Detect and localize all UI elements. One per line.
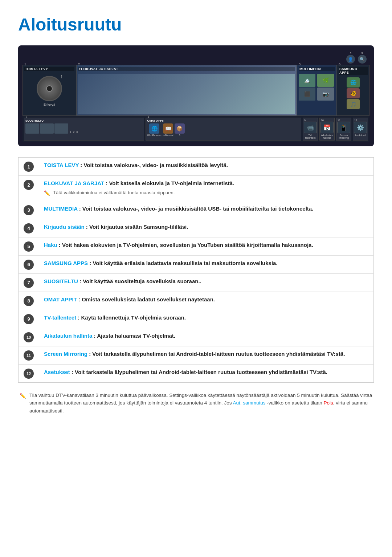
ei-levy-label: Ei-levyä [24,103,74,106]
item-note: ✏️Tätä valikkotoimintoa ei välttämättä t… [44,189,368,197]
panel1-num: 1 [24,62,26,66]
tv-top-bar: 4 👤 5 🔍 [23,50,369,65]
item-label: Haku [44,242,57,248]
item-text: : Voit tarkastella älypuhelimen tai Andr… [87,351,345,357]
item-num-cell: 4 [19,219,39,237]
apps-grid: 🌐 🐠 🎵 [339,77,368,109]
item-content: Asetukset : Voit tarkastella älypuhelime… [39,364,374,382]
app3-label: 3 [179,134,180,137]
panel3-label: MULTIMEDIA [299,67,335,71]
note-text: Tätä valikkotoimintoa ei välttämättä tue… [53,189,175,196]
mm-thumb-1: 🏔️ [299,74,315,87]
item-content: Haku : Voit hakea elokuvien ja TV-ohjelm… [39,237,374,255]
num-circle: 12 [24,369,34,379]
num-circle: 9 [24,314,34,324]
item-content: TOISTA LEVY : Voit toistaa valokuva-, vi… [39,158,374,176]
mm-thumb-3: ⬛ [299,88,315,101]
item-content: TV-tallenteet : Käytä tallennettuja TV-o… [39,310,374,328]
panel5-label: SUOSITELTU [25,119,143,122]
footer-pencil-icon: ✏️ [20,392,26,415]
tv-icon-search: 5 🔍 [358,51,367,64]
table-row: 4Kirjaudu sisään : Voit kirjautua sisään… [19,219,374,237]
omatappit-apps: 🌐 WebBrowser 📖 e-Manual 📦 3 [147,123,300,137]
item-text: : Voit toistaa valokuva-, video- ja musi… [79,162,228,168]
tv-panel-omatappit: 8 OMAT APPIT 🌐 WebBrowser 📖 e-Manual 📦 3 [146,118,301,141]
suositeltu-thumb-3 [54,123,68,134]
item-text: : Omista sovelluksista ladatut sovelluks… [77,296,215,302]
aikataulun-icon: 📅 [320,122,334,133]
item-num-cell: 7 [19,273,39,292]
table-row: 11Screen Mirroring : Voit tarkastella äl… [19,346,374,364]
table-row: 10Aikataulun hallinta : Ajasta haluamasi… [19,328,374,346]
table-row: 8OMAT APPIT : Omista sovelluksista ladat… [19,292,374,310]
item-content: Aikataulun hallinta : Ajasta haluamasi T… [39,328,374,346]
panel2-num: 2 [78,62,80,66]
item-label: Screen Mirroring [44,351,87,357]
num-circle: 5 [24,241,34,252]
suositeltu-thumbs: 1 2 3 [25,123,143,134]
aikataulun-label: Aikataulun hallinta [321,134,333,139]
item-content: ELOKUVAT JA SARJAT : Voit katsella eloku… [39,176,374,201]
item-content: SUOSITELTU : Voit käyttää suositeltuja s… [39,273,374,292]
page-title: Aloitusruutu [18,15,374,34]
panel4-num: 6 [339,62,340,66]
item-num-cell: 10 [19,328,39,346]
item-text: : Voit hakea elokuvien ja TV-ohjelmien, … [57,242,313,248]
tv-screenshot: 4 👤 5 🔍 1 TOISTA LEVY ↑ Ei-levyä [18,45,374,146]
item-text: : Voit tarkastella älypuhelimen tai Andr… [70,369,327,375]
screen-mirroring-label: Screen Mirroring [338,134,350,139]
webapp-label: WebBrowser [147,134,162,137]
item-text: : Käytä tallennettuja TV-ohjelmia suoraa… [76,314,186,321]
item-label: SAMSUNG APPS [44,260,88,266]
panel3-num: 3 [299,62,301,66]
item-num-cell: 9 [19,310,39,328]
mm-thumb-4: 📷 [317,88,334,101]
panel6-label: OMAT APPIT [147,119,300,122]
item-content: Screen Mirroring : Voit tarkastella älyp… [39,346,374,364]
item-content: SAMSUNG APPS : Voit käyttää erilaisia la… [39,255,374,273]
tv-tallenteet-label: TV-tallenteet [304,134,317,139]
footer-text: Tila vaihtuu DTV-kanavatilaan 3 minuutin… [29,391,372,415]
item-label: OMAT APPIT [44,296,77,302]
item-num-cell: 1 [19,158,39,176]
tv-panel-elokuvat: 2 ELOKUVAT JA SARJAT [76,65,297,116]
num-circle: 8 [24,296,34,306]
item-label: Aikataulun hallinta [44,333,92,339]
tv-panel-multimedia: 3 MULTIMEDIA 🏔️ 🌿 ⬛ 📷 [297,65,337,116]
tv-action-12: 12 ⚙️ Asetukset [353,118,368,141]
table-row: 5Haku : Voit hakea elokuvien ja TV-ohjel… [19,237,374,255]
disc-icon: ↑ [37,76,62,101]
table-row: 9TV-tallenteet : Käytä tallennettuja TV-… [19,310,374,328]
multimedia-grid: 🏔️ 🌿 ⬛ 📷 [299,74,335,101]
item-content: OMAT APPIT : Omista sovelluksista ladatu… [39,292,374,310]
item-text: : Voit käyttää suositeltuja sovelluksia … [78,278,201,284]
screen-mirroring-icon: 📱 [337,122,350,133]
item-num-cell: 8 [19,292,39,310]
item-text: : Voit kirjautua sisään Samsung-tililläs… [85,224,188,230]
item-label: ELOKUVAT JA SARJAT [44,180,104,186]
item-label: TV-tallenteet [44,314,76,321]
num-circle: 3 [24,205,34,215]
tv-panel-toista: 1 TOISTA LEVY ↑ Ei-levyä [23,65,76,116]
suositeltu-thumb-2 [40,123,54,134]
table-row: 1TOISTA LEVY : Voit toistaa valokuva-, v… [19,158,374,176]
suositeltu-thumb-1 [25,123,39,134]
item-num-cell: 3 [19,201,39,219]
footer-text2: -valikko on asetettu tilaan [266,400,324,406]
panel4-label: SAMSUNG APPS [339,67,368,75]
table-row: 6SAMSUNG APPS : Voit käyttää erilaisia l… [19,255,374,273]
tv-icon-login: 4 👤 [346,51,355,64]
num-circle: 1 [24,162,34,172]
num-circle: 11 [24,350,34,361]
note-pencil-icon: ✏️ [44,190,50,197]
item-text: : Voit käyttää erilaisia ladattavia maks… [88,260,277,266]
item-label: Asetukset [44,369,70,375]
tv-action-10: 10 📅 Aikataulun hallinta [319,118,335,141]
footer-link1: Aut. sammutus [233,400,266,406]
items-table: 1TOISTA LEVY : Voit toistaa valokuva-, v… [18,157,374,383]
tv-action-9: 9 📹 TV-tallenteet [303,118,318,141]
table-row: 12Asetukset : Voit tarkastella älypuheli… [19,364,374,382]
item-content: Kirjaudu sisään : Voit kirjautua sisään … [39,219,374,237]
item-num-cell: 2 [19,176,39,201]
table-row: 2ELOKUVAT JA SARJAT : Voit katsella elok… [19,176,374,201]
